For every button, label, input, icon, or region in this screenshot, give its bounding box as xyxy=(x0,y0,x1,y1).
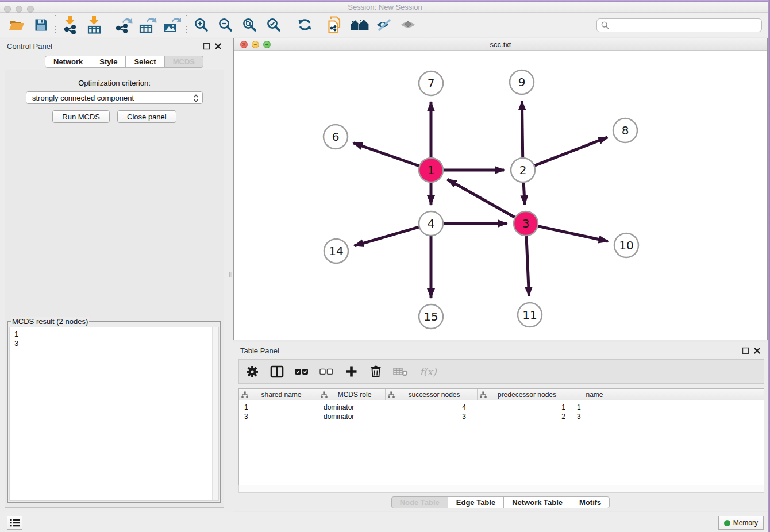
select-all-button[interactable] xyxy=(294,368,309,375)
hide-selected-button[interactable] xyxy=(372,14,396,36)
svg-text:11: 11 xyxy=(522,308,537,322)
zoom-out-button[interactable] xyxy=(213,14,237,36)
table-row[interactable]: 3 dominator 3 2 3 xyxy=(239,412,764,421)
mcds-panel-body: Optimization criterion: strongly connect… xyxy=(5,70,224,508)
desktop-edge-right xyxy=(768,0,770,532)
search-input[interactable] xyxy=(611,20,761,31)
refresh-icon xyxy=(297,17,313,32)
column-header-shared-name[interactable]: shared name xyxy=(239,389,318,400)
import-table-button[interactable] xyxy=(82,14,106,36)
column-header-name[interactable]: name xyxy=(571,389,619,400)
tab-network[interactable]: Network xyxy=(45,56,91,68)
unchecked-boxes-icon xyxy=(319,368,333,375)
run-mcds-button[interactable]: Run MCDS xyxy=(52,110,110,123)
svg-text:7: 7 xyxy=(428,76,435,90)
export-network-button[interactable] xyxy=(111,14,136,36)
graph-node-15[interactable]: 15 xyxy=(419,304,443,329)
table-row[interactable]: 1 dominator 4 1 1 xyxy=(239,403,764,412)
graph-node-8[interactable]: 8 xyxy=(613,118,637,142)
zoom-in-icon xyxy=(194,17,209,33)
close-panel-icon[interactable] xyxy=(753,347,761,354)
refresh-button[interactable] xyxy=(291,14,318,36)
tab-network-table[interactable]: Network Table xyxy=(503,496,571,508)
splitter-handle[interactable] xyxy=(229,272,232,277)
search-box[interactable] xyxy=(596,18,762,32)
svg-text:10: 10 xyxy=(619,238,633,252)
show-columns-button[interactable] xyxy=(270,365,284,378)
function-builder-button[interactable]: f(x) xyxy=(418,366,438,377)
tab-node-table[interactable]: Node Table xyxy=(391,496,448,508)
show-all-button[interactable] xyxy=(396,14,420,36)
close-panel-button[interactable]: Close panel xyxy=(117,110,176,123)
tab-mcds[interactable]: MCDS xyxy=(164,56,203,68)
tab-motifs[interactable]: Motifs xyxy=(571,496,610,508)
graph-node-3[interactable]: 3 xyxy=(514,211,538,236)
graph-node-4[interactable]: 4 xyxy=(419,211,443,236)
tab-select[interactable]: Select xyxy=(125,56,164,68)
stepper-chevrons-icon xyxy=(193,94,199,103)
close-panel-icon[interactable] xyxy=(214,43,222,50)
vertical-splitter[interactable] xyxy=(229,37,233,512)
table-settings-button[interactable] xyxy=(245,365,260,378)
graph-edge-4-14[interactable] xyxy=(355,227,419,246)
float-panel-icon[interactable] xyxy=(742,347,749,354)
import-network-button[interactable] xyxy=(58,14,82,36)
hierarchy-icon xyxy=(480,391,487,398)
memory-button[interactable]: Memory xyxy=(718,516,764,530)
graph-node-1[interactable]: 1 xyxy=(419,158,443,182)
open-session-button[interactable] xyxy=(5,14,29,36)
copy-network-button[interactable] xyxy=(324,14,348,36)
export-table-button[interactable] xyxy=(136,14,160,36)
fx-icon: f(x) xyxy=(419,366,436,377)
graph-edge-3-1[interactable] xyxy=(448,179,515,217)
task-history-button[interactable] xyxy=(7,516,22,530)
column-header-predecessor-nodes[interactable]: predecessor nodes xyxy=(478,389,571,400)
graph-node-2[interactable]: 2 xyxy=(511,158,535,182)
add-column-button[interactable] xyxy=(344,365,359,377)
graph-node-11[interactable]: 11 xyxy=(518,303,542,327)
gear-icon xyxy=(246,365,259,378)
graph-node-10[interactable]: 10 xyxy=(614,233,638,257)
zoom-selected-button[interactable] xyxy=(261,14,286,36)
plus-icon xyxy=(345,365,357,377)
graph-edge-2-8[interactable] xyxy=(535,137,608,165)
deselect-all-button[interactable] xyxy=(319,368,334,375)
result-scrollbar[interactable] xyxy=(212,327,218,500)
mcds-result-group: MCDS result (2 nodes) 1 3 xyxy=(7,317,221,503)
graph-edge-3-11[interactable] xyxy=(526,236,529,296)
save-session-button[interactable] xyxy=(29,14,53,36)
float-panel-icon[interactable] xyxy=(203,43,210,50)
zoom-fit-icon xyxy=(242,17,257,33)
import-table-icon xyxy=(86,16,102,34)
optimization-criterion-dropdown[interactable]: strongly connected component xyxy=(26,91,203,104)
toolbar-separator xyxy=(321,15,321,34)
graph-edge-2-9[interactable] xyxy=(522,101,522,157)
neighbors-button[interactable] xyxy=(348,14,372,36)
list-icon xyxy=(10,519,20,527)
mcds-result-list[interactable]: 1 3 xyxy=(9,327,219,501)
svg-text:1: 1 xyxy=(428,163,435,177)
graph-node-14[interactable]: 14 xyxy=(324,239,348,263)
desktop-edge-top xyxy=(0,0,770,2)
column-header-mcds-role[interactable]: MCDS role xyxy=(318,389,386,400)
column-header-successor-nodes[interactable]: successor nodes xyxy=(386,389,478,400)
network-window-titlebar[interactable]: × − + scc.txt xyxy=(234,38,767,51)
mcds-result-title: MCDS result (2 nodes) xyxy=(11,317,89,326)
zoom-in-button[interactable] xyxy=(189,14,213,36)
graph-node-9[interactable]: 9 xyxy=(510,70,534,94)
tab-edge-table[interactable]: Edge Table xyxy=(448,496,504,508)
graph-edge-2-3[interactable] xyxy=(523,183,525,205)
table-toolbar: f(x) xyxy=(238,359,764,384)
network-canvas[interactable]: 7968124314101511 xyxy=(234,51,767,340)
table-hscrollbar[interactable] xyxy=(238,485,764,493)
houses-icon xyxy=(350,18,369,32)
tab-style[interactable]: Style xyxy=(91,56,126,68)
graph-edge-3-10[interactable] xyxy=(538,226,607,241)
delete-table-button[interactable] xyxy=(393,367,408,377)
delete-column-button[interactable] xyxy=(368,365,383,378)
graph-node-6[interactable]: 6 xyxy=(324,125,348,149)
export-image-button[interactable] xyxy=(160,14,184,36)
graph-node-7[interactable]: 7 xyxy=(419,71,443,95)
graph-edge-1-6[interactable] xyxy=(353,143,419,166)
zoom-fit-button[interactable] xyxy=(237,14,261,36)
